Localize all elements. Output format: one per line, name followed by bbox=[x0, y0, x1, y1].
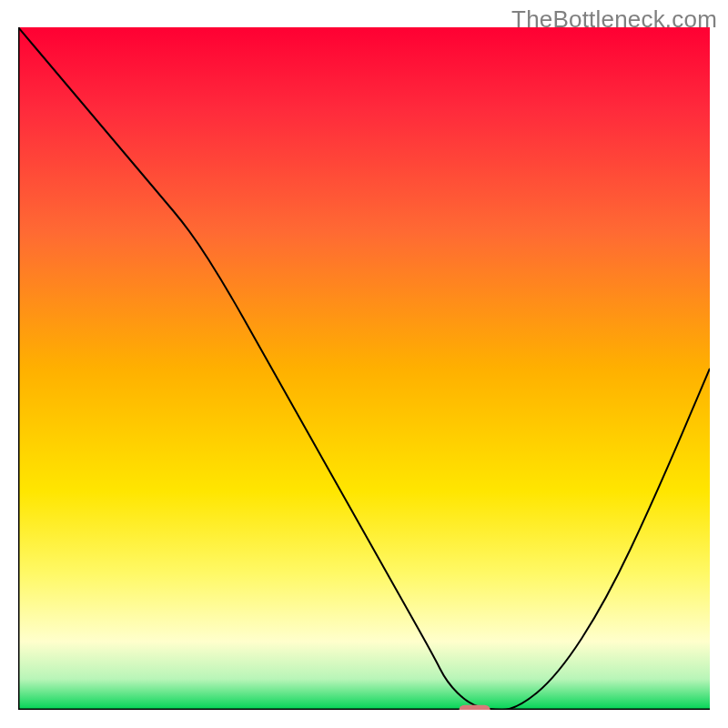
bottleneck-plot bbox=[18, 27, 710, 710]
chart-stage: TheBottleneck.com bbox=[0, 0, 728, 728]
plot-svg bbox=[18, 27, 710, 710]
optimal-point-marker bbox=[460, 705, 490, 710]
gradient-panel bbox=[18, 27, 710, 710]
